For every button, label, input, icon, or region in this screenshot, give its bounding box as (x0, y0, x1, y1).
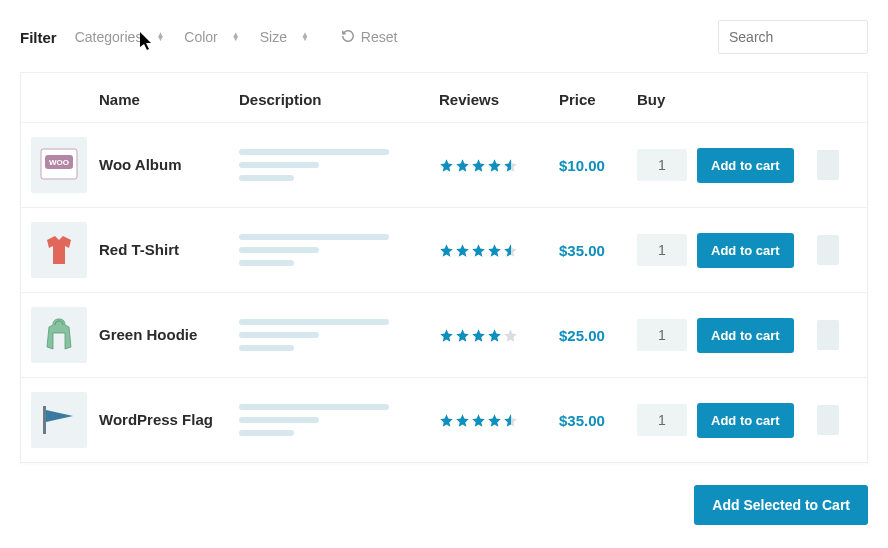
buy-cell: Add to cart (637, 318, 817, 353)
add-to-cart-button[interactable]: Add to cart (697, 233, 794, 268)
product-thumbnail[interactable]: WOO (31, 137, 87, 193)
table-row: WordPress Flag $35.00 Add to cart (21, 377, 867, 462)
table-row: Red T-Shirt $35.00 Add to cart (21, 207, 867, 292)
quantity-input[interactable] (637, 404, 687, 436)
product-description (239, 404, 439, 436)
product-rating (439, 328, 559, 343)
svg-text:WOO: WOO (49, 158, 69, 167)
product-table: Name Description Reviews Price Buy WOO W… (20, 72, 868, 463)
product-name[interactable]: WordPress Flag (99, 410, 239, 430)
filter-label: Filter (20, 29, 57, 46)
product-price: $25.00 (559, 327, 637, 344)
add-to-cart-button[interactable]: Add to cart (697, 403, 794, 438)
add-selected-button[interactable]: Add Selected to Cart (694, 485, 868, 525)
quantity-input[interactable] (637, 149, 687, 181)
buy-cell: Add to cart (637, 233, 817, 268)
product-price: $10.00 (559, 157, 637, 174)
filter-size[interactable]: Size ▲▼ (254, 25, 315, 49)
product-rating (439, 243, 559, 258)
product-price: $35.00 (559, 242, 637, 259)
product-thumbnail[interactable] (31, 307, 87, 363)
add-to-cart-button[interactable]: Add to cart (697, 148, 794, 183)
product-name[interactable]: Green Hoodie (99, 325, 239, 345)
row-action-placeholder (817, 150, 839, 180)
col-reviews: Reviews (439, 91, 559, 108)
table-header: Name Description Reviews Price Buy (21, 73, 867, 122)
filter-size-label: Size (260, 29, 287, 45)
row-action-placeholder (817, 235, 839, 265)
product-price: $35.00 (559, 412, 637, 429)
product-thumbnail[interactable] (31, 222, 87, 278)
buy-cell: Add to cart (637, 403, 817, 438)
reset-button[interactable]: Reset (341, 29, 398, 46)
reset-label: Reset (361, 29, 398, 45)
sort-icon: ▲▼ (156, 33, 164, 41)
col-name: Name (99, 91, 239, 108)
filter-categories[interactable]: Categories ▲▼ (69, 25, 171, 49)
sort-icon: ▲▼ (232, 33, 240, 41)
search-box[interactable] (718, 20, 868, 54)
product-name[interactable]: Red T-Shirt (99, 240, 239, 260)
sort-icon: ▲▼ (301, 33, 309, 41)
row-action-placeholder (817, 405, 839, 435)
footer-bar: Add Selected to Cart (0, 475, 888, 525)
search-input[interactable] (729, 29, 857, 45)
row-action-placeholder (817, 320, 839, 350)
product-rating (439, 413, 559, 428)
buy-cell: Add to cart (637, 148, 817, 183)
product-description (239, 234, 439, 266)
undo-icon (341, 29, 355, 46)
product-name[interactable]: Woo Album (99, 155, 239, 175)
product-description (239, 149, 439, 181)
product-rating (439, 158, 559, 173)
filter-bar: Filter Categories ▲▼ Color ▲▼ Size ▲▼ Re… (0, 0, 888, 72)
product-description (239, 319, 439, 351)
filter-color[interactable]: Color ▲▼ (178, 25, 245, 49)
table-row: WOO Woo Album $10.00 Add to cart (21, 122, 867, 207)
filter-categories-label: Categories (75, 29, 143, 45)
add-to-cart-button[interactable]: Add to cart (697, 318, 794, 353)
filter-color-label: Color (184, 29, 217, 45)
col-description: Description (239, 91, 439, 108)
svg-rect-3 (43, 406, 46, 434)
quantity-input[interactable] (637, 319, 687, 351)
quantity-input[interactable] (637, 234, 687, 266)
table-row: Green Hoodie $25.00 Add to cart (21, 292, 867, 377)
col-buy: Buy (637, 91, 817, 108)
col-price: Price (559, 91, 637, 108)
product-thumbnail[interactable] (31, 392, 87, 448)
